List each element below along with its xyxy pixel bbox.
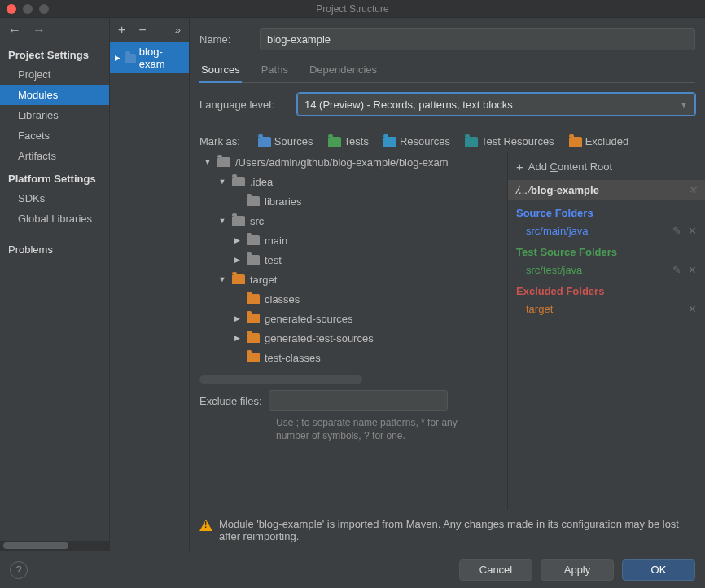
module-icon [125, 54, 136, 63]
tree-node[interactable]: test-classes [199, 348, 504, 367]
folder-icon [247, 353, 260, 362]
language-level-label: Language level: [199, 99, 289, 111]
sidebar-item-artifacts[interactable]: Artifacts [0, 146, 109, 166]
help-button[interactable]: ? [10, 561, 28, 579]
folder-icon [247, 235, 260, 245]
sidebar-item-modules[interactable]: Modules [0, 85, 109, 105]
tree-root[interactable]: ▼ /Users/admin/github/blog-example/blog-… [199, 152, 504, 172]
expand-icon[interactable]: ▶ [232, 256, 242, 264]
maven-import-warning: Module 'blog-example' is imported from M… [199, 510, 695, 551]
sidebar-item-project[interactable]: Project [0, 64, 109, 85]
sidebar-item-sdks[interactable]: SDKs [0, 188, 109, 208]
folder-section-title: Test Source Folders [516, 246, 697, 258]
tab-dependencies[interactable]: Dependencies [308, 59, 379, 82]
modules-toolbar: + − » [110, 18, 189, 42]
minimize-window-icon[interactable] [23, 4, 33, 14]
add-content-root-label[interactable]: Add Content Root [528, 160, 612, 173]
tree-node[interactable]: ▼target [199, 270, 504, 289]
mark-test-resources-button[interactable]: Test Resources [465, 135, 554, 147]
project-structure-dialog: Project Structure ← → Project Settings P… [0, 0, 705, 588]
nav-history: ← → [0, 18, 109, 42]
mark-resources-button[interactable]: Resources [383, 135, 450, 147]
exclude-files-label: Exclude files: [199, 395, 262, 407]
exclude-files-hint: Use ; to separate name patterns, * for a… [276, 416, 479, 442]
expand-icon[interactable]: ▶ [232, 236, 242, 244]
ok-button[interactable]: OK [622, 559, 695, 581]
expand-icon[interactable]: ▼ [217, 217, 227, 225]
content-root-path[interactable]: /.../blog-example ✕ [508, 180, 705, 200]
window-controls [7, 4, 49, 14]
remove-icon[interactable]: ✕ [688, 303, 697, 315]
expand-icon[interactable]: ▼ [217, 275, 227, 283]
folder-section-title: Excluded Folders [516, 285, 697, 297]
mark-sources-button[interactable]: Sources [258, 135, 313, 147]
folder-icon [247, 294, 260, 304]
section-project-settings: Project Settings [0, 42, 109, 64]
tree-node[interactable]: ▶test [199, 250, 504, 270]
settings-sidebar: ← → Project Settings ProjectModulesLibra… [0, 18, 110, 551]
expand-icon[interactable]: ▶ [232, 334, 242, 342]
folder-icon [232, 177, 245, 186]
sidebar-scrollbar[interactable] [0, 541, 109, 551]
folder-icon [232, 216, 245, 226]
folder-path-item[interactable]: target✕ [516, 301, 697, 318]
remove-module-icon[interactable]: − [138, 23, 146, 37]
tab-paths[interactable]: Paths [260, 59, 290, 82]
module-tabs: SourcesPathsDependencies [199, 59, 695, 83]
tree-node[interactable]: ▼.idea [199, 172, 504, 191]
tab-sources[interactable]: Sources [199, 59, 242, 82]
cancel-button[interactable]: Cancel [459, 559, 532, 581]
content-root-tree[interactable]: ▼ /Users/admin/github/blog-example/blog-… [199, 152, 504, 510]
folder-icon [247, 314, 260, 323]
language-level-dropdown[interactable]: 14 (Preview) - Records, patterns, text b… [297, 93, 695, 116]
modules-more-icon[interactable]: » [175, 24, 181, 36]
expand-icon[interactable]: ▼ [217, 178, 227, 186]
module-label: blog-exam [139, 46, 184, 70]
folder-icon [465, 137, 478, 147]
collapse-icon[interactable]: ▼ [203, 158, 212, 166]
folder-icon [247, 333, 260, 343]
tree-node[interactable]: libraries [199, 191, 504, 211]
folder-icon [232, 274, 245, 284]
tree-node[interactable]: ▶generated-sources [199, 309, 504, 328]
add-module-icon[interactable]: + [118, 23, 125, 37]
tree-node[interactable]: ▼src [199, 211, 504, 230]
remove-icon[interactable]: ✕ [688, 225, 697, 237]
tree-scrollbar[interactable] [199, 375, 362, 384]
folder-path-item[interactable]: src/main/java✎✕ [516, 222, 697, 239]
mark-tests-button[interactable]: Tests [328, 135, 369, 147]
mark-excluded-button[interactable]: Excluded [569, 135, 628, 147]
tree-node[interactable]: classes [199, 289, 504, 309]
nav-forward-icon[interactable]: → [33, 23, 46, 37]
folder-icon [383, 137, 396, 147]
add-content-root-icon[interactable]: + [516, 160, 523, 173]
sidebar-item-global-libraries[interactable]: Global Libraries [0, 208, 109, 229]
close-window-icon[interactable] [7, 4, 16, 14]
tree-node[interactable]: ▶generated-test-sources [199, 328, 504, 348]
section-platform-settings: Platform Settings [0, 166, 109, 188]
sidebar-item-facets[interactable]: Facets [0, 125, 109, 146]
section-problems[interactable]: Problems [0, 229, 109, 259]
folder-icon [247, 255, 260, 265]
apply-button[interactable]: Apply [541, 559, 614, 581]
exclude-files-input[interactable] [269, 390, 448, 411]
module-item[interactable]: ▶ blog-exam [110, 42, 189, 73]
maximize-window-icon[interactable] [39, 4, 49, 14]
remove-icon[interactable]: ✕ [688, 264, 697, 276]
folder-icon [217, 157, 230, 167]
window-title: Project Structure [0, 3, 705, 15]
edit-icon[interactable]: ✎ [672, 264, 681, 276]
tree-node[interactable]: ▶main [199, 230, 504, 250]
module-name-input[interactable]: blog-example [260, 28, 695, 50]
folder-icon [258, 137, 271, 147]
folder-icon [328, 137, 341, 147]
titlebar: Project Structure [0, 0, 705, 18]
nav-back-icon[interactable]: ← [8, 23, 21, 37]
remove-content-root-icon[interactable]: ✕ [688, 184, 697, 196]
dialog-footer: ? Cancel Apply OK [0, 551, 705, 588]
edit-icon[interactable]: ✎ [672, 225, 681, 237]
expand-icon[interactable]: ▶ [232, 314, 242, 323]
sidebar-item-libraries[interactable]: Libraries [0, 105, 109, 125]
name-label: Name: [199, 33, 252, 46]
folder-path-item[interactable]: src/test/java✎✕ [516, 261, 697, 279]
